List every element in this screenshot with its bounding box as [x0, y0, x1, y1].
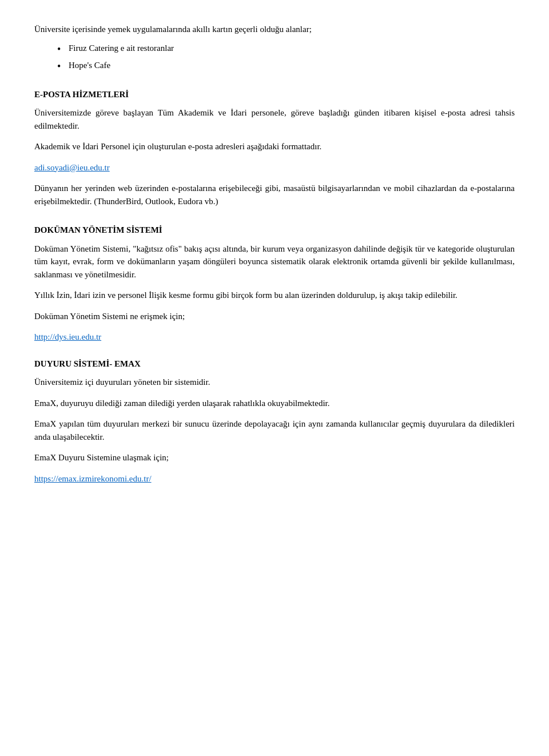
duyuru-link[interactable]: https://emax.izmirekonomi.edu.tr/ — [34, 474, 152, 483]
eposta-email-link[interactable]: adi.soyadi@ieu.edu.tr — [34, 163, 110, 172]
eposta-heading: E-POSTA HİZMETLERİ — [34, 88, 515, 101]
duyuru-para1: Üniversitemiz içi duyuruları yöneten bir… — [34, 376, 515, 389]
duyuru-para2: EmaX, duyuruyu dilediği zaman dilediği y… — [34, 397, 515, 410]
dokuman-para1: Doküman Yönetim Sistemi, "kağıtsız ofis"… — [34, 242, 515, 281]
eposta-para3: Dünyanın her yerinden web üzerinden e-po… — [34, 182, 515, 208]
dokuman-link[interactable]: http://dys.ieu.edu.tr — [34, 332, 101, 341]
eposta-para2: Akademik ve İdari Personel için oluşturu… — [34, 140, 515, 153]
bullet-item-1: Firuz Catering e ait restoranlar — [57, 42, 515, 55]
duyuru-heading: DUYURU SİSTEMİ- EMAX — [34, 357, 515, 371]
eposta-email-format: adi.soyadi@ieu.edu.tr — [34, 161, 515, 174]
duyuru-link-para: https://emax.izmirekonomi.edu.tr/ — [34, 472, 515, 486]
dokuman-para2: Yıllık İzin, İdari izin ve personel İliş… — [34, 289, 515, 302]
dokuman-link-para: http://dys.ieu.edu.tr — [34, 331, 515, 344]
intro-line1: Üniversite içerisinde yemek uygulamaları… — [34, 23, 515, 36]
bullet-item-2: Hope's Cafe — [57, 59, 515, 72]
dokuman-para3: Doküman Yönetim Sistemi ne erişmek için; — [34, 310, 515, 323]
duyuru-para3: EmaX yapılan tüm duyuruları merkezi bir … — [34, 417, 515, 443]
dokuman-heading: DOKÜMAN YÖNETİM SİSTEMİ — [34, 224, 515, 237]
eposta-para1: Üniversitemizde göreve başlayan Tüm Akad… — [34, 106, 515, 132]
duyuru-para4: EmaX Duyuru Sistemine ulaşmak için; — [34, 451, 515, 464]
bullet-list: Firuz Catering e ait restoranlar Hope's … — [57, 42, 515, 72]
